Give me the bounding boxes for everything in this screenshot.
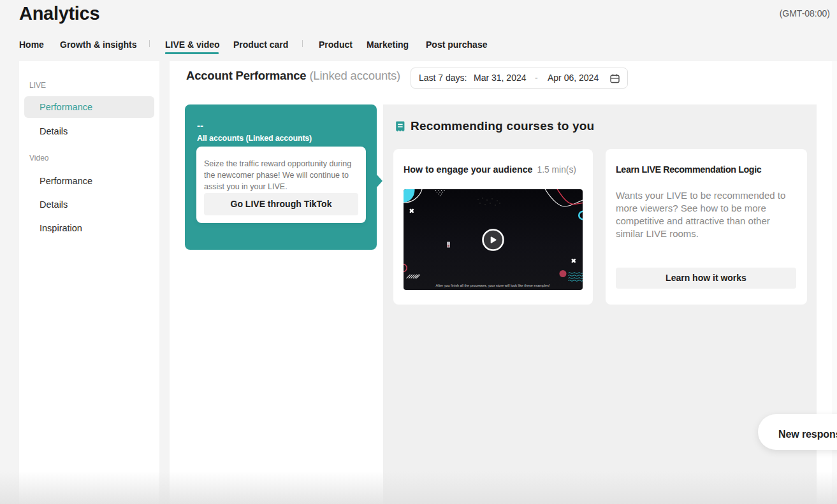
svg-text:After you finish all the proce: After you finish all the processes, your…: [436, 284, 550, 287]
